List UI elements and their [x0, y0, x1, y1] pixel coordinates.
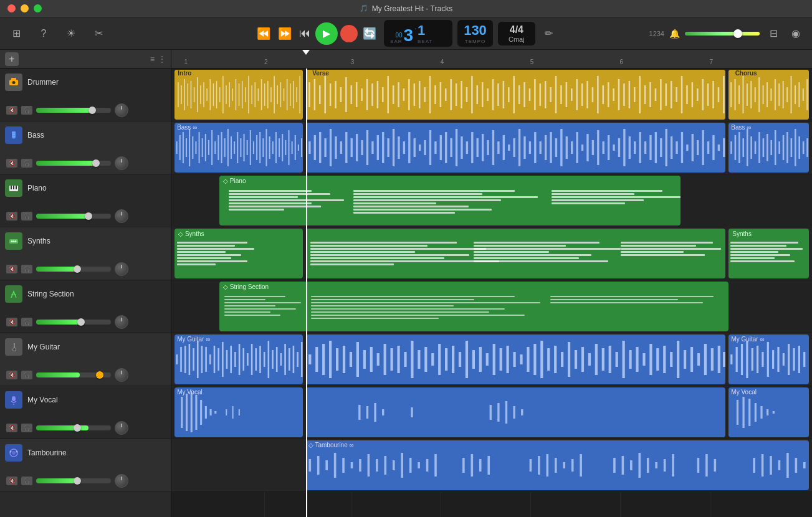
scissors-button[interactable]: ✂	[90, 25, 107, 42]
svg-rect-419	[232, 406, 234, 419]
guitar-solo[interactable]: 🎧	[21, 371, 32, 379]
guitar-mute[interactable]: 🔇	[6, 371, 17, 379]
volume-slider-track[interactable]	[685, 32, 760, 36]
track-lane-drummer[interactable]: Intro Verse Chorus	[171, 69, 812, 121]
vocal-pan[interactable]	[115, 421, 128, 435]
drummer-clip-intro[interactable]	[174, 70, 303, 120]
vocal-clip-1[interactable]: My Vocal	[174, 387, 303, 437]
guitar-clip-1[interactable]: My Guitar ∞	[174, 334, 303, 384]
svg-rect-264	[634, 141, 636, 154]
drummer-clip-verse[interactable]	[306, 70, 725, 120]
svg-rect-137	[702, 79, 704, 110]
vocal-solo[interactable]: 🎧	[21, 424, 32, 432]
mixer-button[interactable]: ⊟	[765, 25, 782, 42]
string-fader[interactable]	[36, 320, 111, 325]
piano-mute[interactable]: 🔇	[6, 212, 17, 221]
record-button[interactable]	[340, 25, 358, 42]
svg-rect-453	[434, 454, 437, 477]
piano-fader[interactable]	[36, 214, 111, 219]
string-solo[interactable]: 🎧	[21, 318, 32, 326]
synths-clip-3[interactable]: Synths	[728, 229, 809, 278]
synths-fader[interactable]	[36, 267, 111, 272]
bass-clip-2[interactable]	[306, 123, 725, 173]
svg-rect-138	[707, 83, 709, 106]
bass-fader[interactable]	[36, 161, 111, 166]
track-lane-synths[interactable]: ◇ Synths	[171, 227, 812, 280]
minimize-button[interactable]	[21, 4, 29, 12]
svg-rect-151	[767, 82, 768, 107]
vocal-fader[interactable]	[36, 425, 111, 430]
editor-button[interactable]: ◉	[787, 25, 805, 42]
track-lane-tambourine[interactable]: ◇ Tambourine ∞	[171, 439, 812, 492]
track-lane-bass[interactable]: Bass ∞	[171, 121, 812, 174]
bass-solo[interactable]: 🎧	[21, 159, 32, 168]
drummer-fader[interactable]	[36, 108, 111, 113]
drummer-clip-chorus[interactable]	[728, 70, 809, 120]
svg-rect-144	[738, 85, 740, 104]
bass-pan[interactable]	[115, 156, 128, 170]
svg-rect-194	[279, 138, 280, 157]
time-sig-display[interactable]: 4/4 Cmaj	[498, 22, 535, 45]
close-button[interactable]	[7, 4, 16, 12]
pencil-button[interactable]: ✏	[540, 25, 558, 42]
ruler-mark-7: 7	[710, 59, 714, 65]
svg-rect-351	[431, 353, 434, 366]
piano-clip-1[interactable]: ◇ Piano	[219, 176, 681, 225]
svg-rect-212	[361, 140, 363, 155]
add-track-button[interactable]: +	[5, 52, 19, 66]
maximize-button[interactable]	[34, 4, 42, 12]
master-volume[interactable]	[685, 32, 760, 36]
drummer-pan[interactable]	[115, 103, 128, 117]
svg-rect-271	[671, 136, 672, 159]
synths-solo[interactable]: 🎧	[21, 265, 32, 273]
svg-rect-2	[11, 78, 16, 80]
track-lane-vocal[interactable]: My Vocal	[171, 386, 812, 439]
track-lane-guitar[interactable]: My Guitar ∞	[171, 333, 812, 386]
cycle-button[interactable]: 🔄	[360, 24, 379, 43]
synths-mute[interactable]: 🔇	[6, 265, 17, 273]
synths-clip-2[interactable]	[306, 229, 725, 278]
string-mute[interactable]: 🔇	[6, 318, 17, 326]
guitar-clip-2[interactable]	[306, 334, 725, 384]
string-pan[interactable]	[115, 315, 128, 329]
tambourine-mute[interactable]: 🔇	[6, 477, 17, 485]
fast-forward-button[interactable]: ⏩	[275, 24, 294, 43]
bass-clip-3[interactable]: Bass ∞	[728, 123, 809, 173]
svg-rect-112	[571, 88, 573, 101]
guitar-fader[interactable]	[36, 372, 111, 377]
tambourine-clip-1[interactable]: ◇ Tambourine ∞	[306, 440, 809, 490]
piano-solo[interactable]: 🎧	[21, 212, 32, 221]
svg-rect-244	[529, 141, 531, 154]
synths-clip-1[interactable]: ◇ Synths	[174, 229, 303, 278]
svg-rect-302	[176, 354, 178, 364]
drummer-mute[interactable]: 🔇	[6, 106, 17, 115]
vocal-clip-2[interactable]	[306, 387, 725, 437]
library-button[interactable]: ⊞	[7, 25, 25, 42]
svg-rect-123	[628, 81, 630, 108]
vocal-clip-3[interactable]: My Vocal	[728, 387, 809, 437]
go-to-start-button[interactable]: ⏮	[297, 24, 313, 42]
track-lane-string-section[interactable]: ◇ String Section	[171, 280, 812, 333]
drummer-solo[interactable]: 🎧	[21, 106, 32, 115]
bass-mute[interactable]: 🔇	[6, 159, 17, 168]
help-button[interactable]: ?	[35, 25, 52, 42]
string-section-clip-1[interactable]: ◇ String Section	[219, 282, 728, 331]
play-button[interactable]: ▶	[315, 22, 338, 45]
guitar-clip-3[interactable]: My Guitar ∞	[728, 334, 809, 384]
smart-controls-button[interactable]: ☀	[62, 25, 80, 42]
svg-rect-267	[649, 135, 651, 160]
volume-thumb[interactable]	[733, 29, 742, 38]
rewind-button[interactable]: ⏪	[254, 24, 273, 43]
bass-clip-1[interactable]: Bass ∞	[174, 123, 303, 173]
tambourine-fader[interactable]	[36, 478, 111, 483]
guitar-clip-1-label: My Guitar ∞	[177, 336, 210, 343]
piano-pan[interactable]	[115, 209, 128, 223]
tambourine-pan[interactable]	[115, 474, 128, 488]
vocal-mute[interactable]: 🔇	[6, 424, 17, 432]
guitar-pan[interactable]	[115, 368, 128, 382]
tambourine-solo[interactable]: 🎧	[21, 477, 32, 485]
svg-rect-339	[350, 352, 352, 367]
tracks-container[interactable]: Intro Verse Chorus	[171, 69, 812, 517]
track-lane-piano[interactable]: ◇ Piano	[171, 174, 812, 227]
synths-pan[interactable]	[115, 262, 128, 276]
